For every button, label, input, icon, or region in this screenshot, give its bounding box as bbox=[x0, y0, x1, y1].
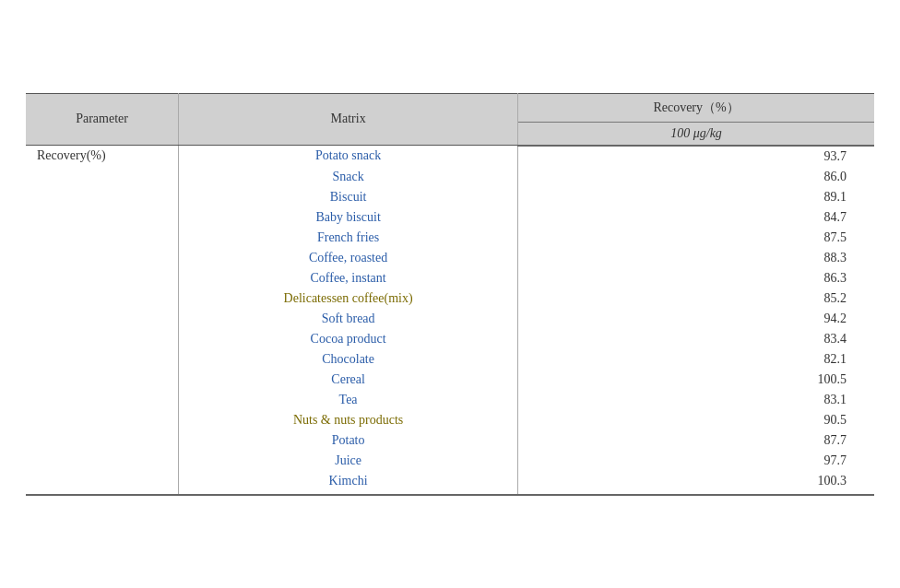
matrix-cell: Snack bbox=[179, 167, 518, 187]
matrix-cell: Nuts & nuts products bbox=[179, 410, 518, 430]
value-cell: 100.3 bbox=[518, 471, 874, 495]
param-cell bbox=[26, 329, 179, 349]
table-row: Cocoa product83.4 bbox=[26, 329, 874, 349]
matrix-cell: Juice bbox=[179, 451, 518, 471]
table-row: Kimchi100.3 bbox=[26, 471, 874, 495]
param-header: Parameter bbox=[26, 93, 179, 146]
param-cell bbox=[26, 288, 179, 309]
table-row: French fries87.5 bbox=[26, 228, 874, 248]
value-cell: 89.1 bbox=[518, 187, 874, 207]
param-cell bbox=[26, 451, 179, 471]
matrix-cell: Soft bread bbox=[179, 309, 518, 329]
param-cell bbox=[26, 187, 179, 207]
value-cell: 90.5 bbox=[518, 410, 874, 430]
matrix-cell: Coffee, roasted bbox=[179, 248, 518, 268]
table-row: Tea83.1 bbox=[26, 390, 874, 410]
matrix-cell: Biscuit bbox=[179, 187, 518, 207]
param-cell bbox=[26, 370, 179, 390]
value-cell: 100.5 bbox=[518, 370, 874, 390]
matrix-cell: Baby biscuit bbox=[179, 207, 518, 228]
param-cell bbox=[26, 430, 179, 451]
table-row: Recovery(%)Potato snack93.7 bbox=[26, 146, 874, 167]
table-row: Biscuit89.1 bbox=[26, 187, 874, 207]
table-row: Coffee, roasted88.3 bbox=[26, 248, 874, 268]
value-cell: 82.1 bbox=[518, 349, 874, 370]
param-cell bbox=[26, 207, 179, 228]
param-cell: Recovery(%) bbox=[26, 146, 179, 167]
matrix-cell: Delicatessen coffee(mix) bbox=[179, 288, 518, 309]
param-cell bbox=[26, 309, 179, 329]
unit-header: 100 μg/kg bbox=[518, 122, 874, 146]
table-row: Coffee, instant86.3 bbox=[26, 268, 874, 288]
table-container: Parameter Matrix Recovery（%） 100 μg/kg R… bbox=[26, 93, 874, 496]
param-cell bbox=[26, 248, 179, 268]
matrix-cell: Cocoa product bbox=[179, 329, 518, 349]
value-cell: 97.7 bbox=[518, 451, 874, 471]
value-cell: 86.3 bbox=[518, 268, 874, 288]
matrix-header: Matrix bbox=[179, 93, 518, 146]
value-cell: 94.2 bbox=[518, 309, 874, 329]
param-cell bbox=[26, 390, 179, 410]
param-cell bbox=[26, 268, 179, 288]
value-cell: 85.2 bbox=[518, 288, 874, 309]
value-cell: 87.5 bbox=[518, 228, 874, 248]
table-row: Delicatessen coffee(mix)85.2 bbox=[26, 288, 874, 309]
matrix-cell: Cereal bbox=[179, 370, 518, 390]
param-cell bbox=[26, 228, 179, 248]
matrix-cell: Potato bbox=[179, 430, 518, 451]
table-row: Cereal100.5 bbox=[26, 370, 874, 390]
param-cell bbox=[26, 410, 179, 430]
value-cell: 83.4 bbox=[518, 329, 874, 349]
param-cell bbox=[26, 471, 179, 495]
table-row: Chocolate82.1 bbox=[26, 349, 874, 370]
matrix-cell: Chocolate bbox=[179, 349, 518, 370]
value-cell: 87.7 bbox=[518, 430, 874, 451]
table-row: Juice97.7 bbox=[26, 451, 874, 471]
value-cell: 88.3 bbox=[518, 248, 874, 268]
matrix-cell: Tea bbox=[179, 390, 518, 410]
matrix-cell: Kimchi bbox=[179, 471, 518, 495]
table-row: Baby biscuit84.7 bbox=[26, 207, 874, 228]
recovery-table: Parameter Matrix Recovery（%） 100 μg/kg R… bbox=[26, 93, 874, 496]
matrix-cell: French fries bbox=[179, 228, 518, 248]
table-row: Soft bread94.2 bbox=[26, 309, 874, 329]
matrix-cell: Coffee, instant bbox=[179, 268, 518, 288]
matrix-cell: Potato snack bbox=[179, 146, 518, 167]
value-cell: 83.1 bbox=[518, 390, 874, 410]
value-cell: 84.7 bbox=[518, 207, 874, 228]
recovery-header: Recovery（%） bbox=[518, 93, 874, 122]
param-cell bbox=[26, 167, 179, 187]
value-cell: 86.0 bbox=[518, 167, 874, 187]
table-row: Potato87.7 bbox=[26, 430, 874, 451]
table-row: Snack86.0 bbox=[26, 167, 874, 187]
value-cell: 93.7 bbox=[518, 146, 874, 167]
table-row: Nuts & nuts products90.5 bbox=[26, 410, 874, 430]
param-cell bbox=[26, 349, 179, 370]
